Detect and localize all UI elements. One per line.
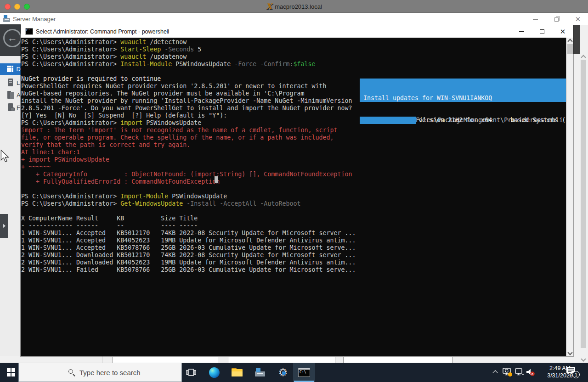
terminal-line: 2 WIN-SVNU1... Failed KB5078766 25GB 202… [21, 266, 356, 274]
tray-expand-icon[interactable] [492, 370, 498, 375]
terminal-line: + import PSWindowsUpdate [21, 156, 356, 163]
edge-icon [209, 367, 220, 378]
terminal-line: 1 WIN-SVNU1... Accepted KB5078766 25GB 2… [21, 244, 356, 252]
server-manager-icon [3, 15, 11, 22]
terminal-line: NuGet provider is required to continue [21, 75, 356, 83]
servers-icon [7, 91, 14, 99]
file-explorer-button[interactable] [226, 363, 248, 382]
scroll-up-icon[interactable] [567, 39, 572, 44]
terminal[interactable]: PS C:\Users\Administrator> wuauclt /dete… [21, 38, 566, 356]
sm-close-button[interactable]: ✕ [571, 16, 585, 23]
windows-logo-icon [7, 368, 15, 376]
progress-path-text: Files\PackageManagement\ProviderAssembli [416, 117, 563, 124]
edge-button[interactable] [204, 363, 225, 382]
server-manager-title: Server Manager [13, 16, 56, 22]
scroll-up-icon[interactable] [581, 55, 586, 60]
sidebar-item-dashboard[interactable]: D [0, 63, 21, 75]
task-view-button[interactable] [181, 363, 202, 382]
sm-peek-tile [113, 357, 218, 363]
server-manager-titlebar: Server Manager ✕ [0, 13, 588, 25]
sidebar-flyout-tab[interactable] [0, 214, 8, 238]
terminal-line [21, 185, 356, 193]
cmd-scrollbar[interactable] [566, 38, 573, 356]
settings-button[interactable]: ⚙ [272, 363, 294, 382]
dashboard-grid-icon [7, 66, 14, 73]
x11-icon: X [266, 3, 272, 11]
cmd-close-button[interactable]: ✕ [556, 28, 570, 36]
terminal-line: 2 WIN-SVNU1... Downloaded KB4052623 19MB… [21, 259, 356, 266]
action-center-button[interactable]: 1 [566, 366, 580, 378]
terminal-line: + FullyQualifiedErrorId : CommandNotFoun… [21, 178, 356, 185]
terminal-line: verify that the path is correct and try … [21, 141, 356, 149]
cmd-titlebar[interactable]: C:. Select Administrator: Command Prompt… [21, 25, 573, 38]
network-tray-icon[interactable] [514, 368, 525, 377]
update-pending-badge [508, 372, 512, 376]
terminal-line: PS C:\Users\Administrator> Install-Modul… [21, 61, 356, 68]
cmd-taskbar-button[interactable]: C:\_ [293, 363, 315, 382]
server-icon [7, 79, 14, 87]
terminal-output: PS C:\Users\Administrator> wuauclt /dete… [21, 39, 356, 274]
restore-icon [554, 17, 559, 22]
terminal-line: [Y] Yes [N] No [S] Suspend [?] Help (def… [21, 112, 356, 119]
sidebar-item-local-server[interactable]: L [0, 77, 21, 88]
cmd-scrollbar-thumb[interactable] [567, 44, 573, 54]
back-button[interactable]: ← [3, 29, 22, 47]
sidebar-item-all-servers[interactable]: A [0, 90, 21, 101]
terminal-line: import : The term 'import' is not recogn… [21, 127, 356, 134]
search-input[interactable] [79, 363, 178, 382]
terminal-cursor [215, 176, 218, 183]
mac-title-group: X macpro2013.local [0, 0, 588, 13]
server-manager-button[interactable] [249, 363, 271, 382]
terminal-line [21, 208, 356, 215]
progress-banner-blue: Install updates for WIN-SVNU1IANKOQ pera… [360, 79, 566, 102]
divider [102, 356, 102, 363]
terminal-line: file, or operable program. Check the spe… [21, 134, 356, 141]
terminal-line: PowerShellGet requires NuGet provider ve… [21, 83, 356, 90]
mac-window-title: macpro2013.local [275, 3, 322, 10]
progress-selection-block [360, 117, 416, 124]
windows-update-tray-icon[interactable] [503, 368, 513, 377]
search-icon [68, 369, 76, 376]
sm-scrollbar-thumb[interactable] [581, 60, 586, 348]
system-tray: ✕ 2:49 AM 3/31/2026 1 [487, 363, 588, 382]
progress-line-1: Install updates for WIN-SVNU1IANKOQ [360, 95, 566, 102]
terminal-line: At line:1 char:1 [21, 149, 356, 156]
cmd-window: C:. Select Administrator: Command Prompt… [21, 25, 573, 356]
cmd-maximize-button[interactable] [535, 28, 549, 36]
terminal-line: - ------------ ------ -- ---- ----- [21, 222, 356, 230]
sm-peek-tile [228, 357, 335, 363]
minimize-icon [533, 19, 538, 20]
screen: X macpro2013.local Server Manager ✕ ← D … [0, 0, 588, 382]
cmd-minimize-button[interactable] [514, 28, 528, 36]
sidebar-item-file-storage[interactable]: F [0, 102, 21, 113]
notification-badge: 1 [572, 371, 580, 378]
sidebar-item-label: D [17, 66, 21, 73]
server-manager-icon [255, 368, 265, 376]
sm-scrollbar[interactable] [580, 54, 587, 363]
window-shadow [573, 25, 580, 54]
scroll-down-icon[interactable] [567, 350, 572, 355]
sidebar-item-label: F [17, 104, 20, 111]
sm-peek-tile [343, 357, 452, 363]
server-disk-icon [7, 103, 14, 112]
terminal-line: + CategoryInfo : ObjectNotFound: (import… [21, 171, 356, 178]
sidebar-item-label: A [17, 92, 21, 99]
progress-row-4: Files\PackageManagement\ProviderAssembli [360, 117, 566, 124]
back-arrow-icon: ← [7, 33, 17, 43]
terminal-line: 2 WIN-SVNU1... Downloaded KB5012170 74KB… [21, 252, 356, 259]
sm-restore-button[interactable] [549, 16, 563, 23]
terminal-line: PS C:\Users\Administrator> Start-Sleep -… [21, 46, 356, 53]
sidebar-item-label: L [17, 79, 20, 86]
progress-banner: Install updates for WIN-SVNU1IANKOQ pera… [360, 64, 566, 139]
close-icon: ✕ [560, 28, 566, 36]
terminal-line: 1 WIN-SVNU1... Accepted KB5012170 74KB 2… [21, 230, 356, 237]
sm-minimize-button[interactable] [528, 16, 542, 23]
taskbar-search[interactable] [18, 363, 182, 382]
terminal-line [21, 68, 356, 75]
task-view-icon [186, 368, 196, 377]
terminal-line: NuGet-based repositories. The NuGet prov… [21, 90, 356, 97]
scroll-down-icon[interactable] [581, 356, 586, 361]
terminal-line: PS C:\Users\Administrator> Import-Module… [21, 193, 356, 200]
terminal-line: + ~~~~~~ [21, 163, 356, 171]
terminal-line: X ComputerName Result KB Size Title [21, 215, 356, 222]
